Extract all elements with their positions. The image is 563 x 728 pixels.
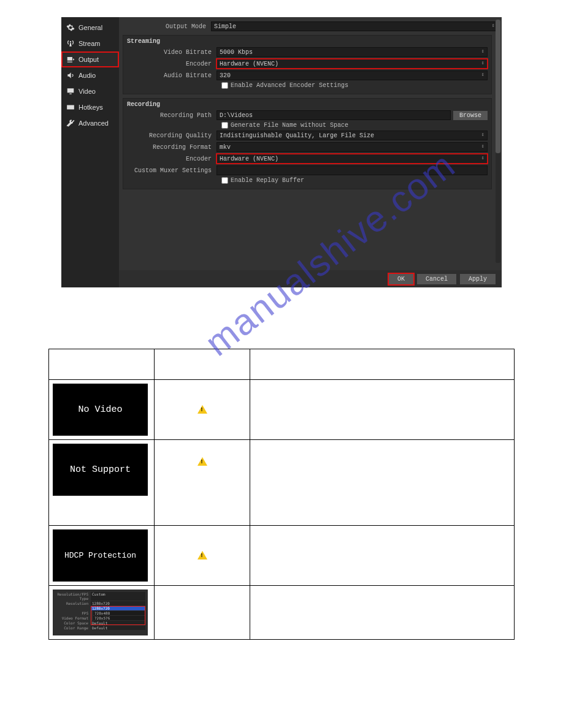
sidebar-item-label: Output: [79, 56, 99, 63]
warning-icon: [197, 405, 207, 414]
res-vf-label: Video Format: [55, 616, 91, 620]
faq-thumb-cell: Not Support: [49, 440, 155, 526]
recording-encoder-select[interactable]: Hardware (NVENC): [216, 154, 488, 164]
output-mode-label: Output Mode: [121, 23, 211, 30]
faq-desc-cell: [250, 380, 515, 440]
streaming-encoder-label: Encoder: [127, 61, 216, 67]
res-opt: 720x576: [93, 616, 145, 620]
faq-header-cell: [49, 349, 155, 380]
browse-button[interactable]: Browse: [453, 111, 488, 120]
monitor-icon: [66, 87, 75, 96]
recording-quality-row: Recording Quality Indistinguishable Qual…: [127, 131, 488, 140]
sidebar: General Stream Output Audio Video Hotkey…: [61, 17, 119, 287]
not-support-thumb: Not Support: [53, 444, 148, 496]
hdcp-thumb: HDCP Protection: [53, 529, 148, 582]
res-opt: 720x480: [93, 611, 145, 615]
recording-format-select[interactable]: mkv: [216, 142, 488, 152]
gen-filename-row: Generate File Name without Space: [221, 122, 488, 129]
faq-icon-cell: [155, 380, 250, 440]
res-resolution-value: 1280x720: [91, 601, 145, 605]
res-cs-value: Default: [91, 621, 145, 625]
scrollbar-thumb[interactable]: [496, 20, 500, 153]
audio-bitrate-label: Audio Bitrate: [127, 72, 216, 79]
audio-bitrate-select[interactable]: 320: [216, 70, 488, 80]
res-fps-label: FPS: [55, 611, 91, 615]
sidebar-item-label: Advanced: [79, 119, 109, 127]
sidebar-item-general[interactable]: General: [61, 20, 119, 36]
warning-icon: [197, 457, 207, 466]
adv-encoder-checkbox-row: Enable Advanced Encoder Settings: [221, 82, 488, 89]
faq-desc-cell: [250, 526, 515, 586]
faq-thumb-cell: HDCP Protection: [49, 526, 155, 586]
res-cr-label: Color Range: [55, 626, 91, 630]
recording-path-input[interactable]: D:\Videos: [216, 110, 451, 120]
recording-quality-select[interactable]: Indistinguishable Quality, Large File Si…: [216, 131, 488, 140]
sidebar-item-label: Stream: [79, 40, 100, 47]
no-video-thumb: No Video: [53, 384, 148, 436]
output-mode-row: Output Mode Simple: [121, 21, 498, 31]
recording-encoder-row: Encoder Hardware (NVENC): [127, 154, 488, 164]
faq-thumb-cell: Resolution/FPS TypeCustom Resolution1280…: [49, 586, 155, 640]
warning-icon: [197, 551, 207, 559]
streaming-encoder-select[interactable]: Hardware (NVENC): [216, 59, 488, 69]
scrollbar[interactable]: [496, 20, 500, 263]
cancel-button[interactable]: Cancel: [417, 274, 456, 284]
res-type-value: Custom: [91, 592, 145, 601]
recording-title: Recording: [127, 101, 488, 108]
recording-encoder-label: Encoder: [127, 156, 216, 162]
recording-section: Recording Recording Path D:\Videos Brows…: [123, 98, 492, 189]
sidebar-item-output[interactable]: Output: [61, 51, 119, 67]
video-bitrate-row: Video Bitrate 5000 Kbps: [127, 47, 488, 57]
replay-buffer-checkbox[interactable]: [221, 177, 228, 184]
recording-path-label: Recording Path: [127, 112, 216, 119]
keyboard-icon: [66, 103, 75, 112]
faq-table: No Video Not Support HDCP Protection: [48, 349, 515, 640]
speaker-icon: [66, 71, 75, 80]
res-type-label: Resolution/FPS Type: [55, 592, 91, 601]
resolution-panel-thumb: Resolution/FPS TypeCustom Resolution1280…: [53, 590, 148, 635]
faq-icon-cell: [155, 526, 250, 586]
muxer-row: Custom Muxer Settings: [127, 165, 488, 175]
res-opt: 1280x720: [91, 606, 145, 610]
adv-encoder-checkbox[interactable]: [221, 82, 228, 89]
faq-icon-cell: [155, 440, 250, 526]
recording-format-label: Recording Format: [127, 144, 216, 151]
video-bitrate-input[interactable]: 5000 Kbps: [216, 47, 488, 57]
sidebar-item-label: Audio: [79, 72, 96, 79]
apply-button[interactable]: Apply: [460, 274, 496, 284]
streaming-encoder-row: Encoder Hardware (NVENC): [127, 59, 488, 69]
res-cr-value: Default: [91, 626, 145, 630]
faq-header-cell: [250, 349, 515, 380]
sidebar-item-label: Video: [79, 88, 96, 95]
recording-format-row: Recording Format mkv: [127, 142, 488, 152]
sidebar-item-label: Hotkeys: [79, 104, 103, 111]
audio-bitrate-row: Audio Bitrate 320: [127, 70, 488, 80]
tools-icon: [66, 119, 75, 127]
gen-filename-label: Generate File Name without Space: [231, 122, 348, 129]
sidebar-item-hotkeys[interactable]: Hotkeys: [61, 99, 119, 115]
sidebar-item-audio[interactable]: Audio: [61, 67, 119, 83]
faq-desc-cell: [250, 440, 515, 526]
obs-settings-dialog: General Stream Output Audio Video Hotkey…: [61, 17, 502, 287]
video-bitrate-label: Video Bitrate: [127, 49, 216, 56]
recording-quality-label: Recording Quality: [127, 132, 216, 139]
sidebar-item-label: General: [79, 24, 102, 31]
antenna-icon: [66, 39, 75, 48]
faq-icon-cell: [155, 586, 250, 640]
muxer-label: Custom Muxer Settings: [127, 167, 216, 174]
streaming-section: Streaming Video Bitrate 5000 Kbps Encode…: [123, 35, 492, 94]
sidebar-item-stream[interactable]: Stream: [61, 36, 119, 51]
ok-button[interactable]: OK: [389, 274, 413, 284]
recording-path-row: Recording Path D:\Videos Browse: [127, 110, 488, 120]
faq-table-wrap: No Video Not Support HDCP Protection: [48, 349, 515, 640]
sidebar-item-advanced[interactable]: Advanced: [61, 115, 119, 131]
muxer-input[interactable]: [216, 165, 488, 175]
faq-header-cell: [155, 349, 250, 380]
output-mode-select[interactable]: Simple: [211, 21, 498, 31]
gen-filename-checkbox[interactable]: [221, 122, 228, 129]
sidebar-item-video[interactable]: Video: [61, 83, 119, 99]
adv-encoder-label: Enable Advanced Encoder Settings: [231, 82, 348, 89]
output-settings-panel: Output Mode Simple Streaming Video Bitra…: [119, 17, 502, 287]
output-icon: [66, 55, 75, 64]
replay-buffer-label: Enable Replay Buffer: [231, 177, 304, 184]
